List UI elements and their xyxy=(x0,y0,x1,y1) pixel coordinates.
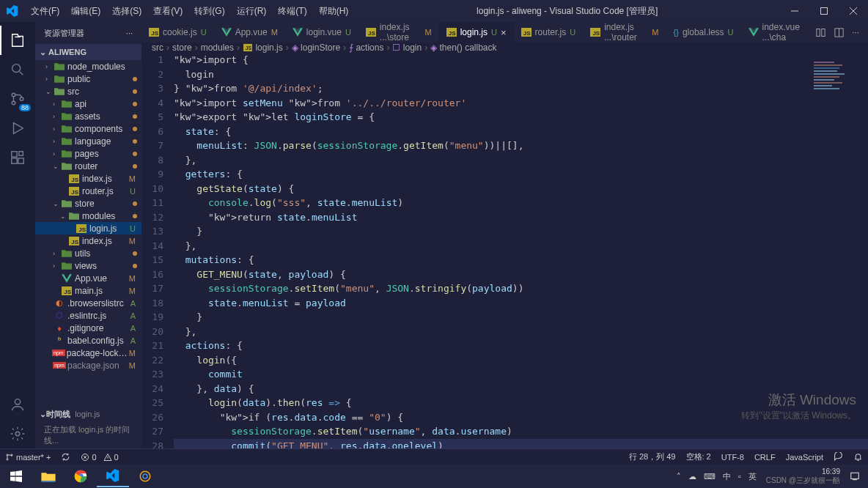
tab-login.vue[interactable]: login.vueU xyxy=(285,22,358,42)
tree-main.js[interactable]: JSmain.jsM xyxy=(35,284,141,297)
explorer-taskbar-icon[interactable] xyxy=(32,465,65,487)
file-icon xyxy=(61,100,73,108)
tree-src[interactable]: ⌄src xyxy=(35,85,141,97)
titlebar: 文件(F)编辑(E)选择(S)查看(V)转到(G)运行(R)终端(T)帮助(H)… xyxy=(0,0,868,22)
tab-index.vue ...\cha[interactable]: index.vue ...\cha xyxy=(741,22,815,42)
file-icon xyxy=(61,125,73,133)
vscode-taskbar-icon[interactable] xyxy=(97,465,129,487)
explorer-icon[interactable] xyxy=(0,26,35,55)
compare-icon[interactable] xyxy=(815,27,826,38)
menu-文件(F)[interactable]: 文件(F) xyxy=(25,5,65,18)
windows-start-icon[interactable] xyxy=(0,465,32,487)
tray-onedrive-icon[interactable]: ☁ xyxy=(685,472,700,481)
cursor-position[interactable]: 行 28，列 49 xyxy=(624,451,681,462)
tree-language[interactable]: ›language xyxy=(35,135,141,147)
tree-login.js[interactable]: JSlogin.jsU xyxy=(35,222,141,234)
tree-router[interactable]: ⌄router xyxy=(35,160,141,172)
more-icon[interactable]: ··· xyxy=(852,27,859,37)
sidebar: 资源管理器 ··· ⌄ALIWENG ›node_modules›public⌄… xyxy=(35,22,141,448)
menu-查看(V)[interactable]: 查看(V) xyxy=(147,5,188,18)
eol[interactable]: CRLF xyxy=(749,453,781,462)
tree-components[interactable]: ›components xyxy=(35,122,141,135)
tree-.gitignore[interactable]: ♦.gitignoreA xyxy=(35,322,141,334)
minimap[interactable] xyxy=(814,62,865,106)
bell-icon[interactable] xyxy=(848,452,868,462)
tree-App.vue[interactable]: App.vueM xyxy=(35,272,141,284)
tree-store[interactable]: ⌄store xyxy=(35,197,141,210)
search-icon[interactable] xyxy=(0,55,35,84)
sidebar-more-icon[interactable]: ··· xyxy=(126,29,133,37)
sync-icon[interactable] xyxy=(56,452,76,462)
close-button[interactable] xyxy=(839,0,868,22)
svg-point-14 xyxy=(7,454,8,456)
tree-assets[interactable]: ›assets xyxy=(35,110,141,122)
tree-node_modules[interactable]: ›node_modules xyxy=(35,60,141,73)
close-tab-icon[interactable]: × xyxy=(501,27,507,38)
tree-package-lock.json[interactable]: npmpackage-lock.jsonM xyxy=(35,347,141,359)
source-control-icon[interactable]: 88 xyxy=(0,84,35,114)
problems[interactable]: 0 0 xyxy=(76,453,123,462)
account-icon[interactable] xyxy=(0,390,35,419)
tab-index.js ...\store[interactable]: JSindex.js ...\storeM xyxy=(358,22,439,42)
extensions-icon[interactable] xyxy=(0,143,35,172)
menu-终端(T)[interactable]: 终端(T) xyxy=(272,5,312,18)
language-mode[interactable]: JavaScript xyxy=(781,453,828,462)
git-branch[interactable]: master* + xyxy=(0,453,56,462)
tray-ime-zh[interactable]: ⌨ xyxy=(700,472,719,481)
tree-utils[interactable]: ›utils xyxy=(35,247,141,259)
breadcrumb-modules[interactable]: modules xyxy=(201,42,234,53)
maximize-button[interactable] xyxy=(809,0,839,22)
tab-router.js[interactable]: JSrouter.jsU xyxy=(514,22,584,42)
tree-package.json[interactable]: npmpackage.jsonM xyxy=(35,359,141,371)
chrome-icon[interactable] xyxy=(65,465,97,487)
encoding[interactable]: UTF-8 xyxy=(716,453,749,462)
tree-.browserslistrc[interactable]: ◐.browserslistrcA xyxy=(35,297,141,309)
tree-index.js[interactable]: JSindex.jsM xyxy=(35,172,141,185)
breadcrumb-src[interactable]: src xyxy=(152,42,163,53)
tree-pages[interactable]: ›pages xyxy=(35,147,141,160)
tree-router.js[interactable]: JSrouter.jsU xyxy=(35,185,141,197)
menu-编辑(E)[interactable]: 编辑(E) xyxy=(65,5,106,18)
tree-babel.config.js[interactable]: ᵇbabel.config.jsA xyxy=(35,334,141,347)
menu-运行(R)[interactable]: 运行(R) xyxy=(231,5,273,18)
notifications-icon[interactable] xyxy=(846,471,864,481)
file-icon: ⬡ xyxy=(54,311,65,320)
settings-icon[interactable] xyxy=(0,419,35,448)
tree-.eslintrc.js[interactable]: ⬡.eslintrc.jsA xyxy=(35,309,141,322)
timeline-header[interactable]: ⌄ 时间线 login.js xyxy=(35,406,141,422)
tray-up-icon[interactable]: ˄ xyxy=(673,472,685,481)
tab-cookie.js[interactable]: JScookie.jsU xyxy=(141,22,214,42)
minimize-button[interactable] xyxy=(780,0,809,22)
debug-icon[interactable] xyxy=(0,114,35,143)
split-icon[interactable] xyxy=(834,27,845,38)
breadcrumb-login.js[interactable]: JS login.js xyxy=(243,42,283,53)
breadcrumb-login[interactable]: ☐ login xyxy=(392,42,422,53)
breadcrumb-store[interactable]: store xyxy=(172,42,192,53)
breadcrumb-then() callback[interactable]: ◈ then() callback xyxy=(430,42,496,53)
taskbar-clock[interactable]: 16:39CSDN @三岁就很一酷 xyxy=(760,467,846,485)
tree-views[interactable]: ›views xyxy=(35,259,141,272)
breadcrumb[interactable]: src› store› modules›JS login.js›◈ loginS… xyxy=(141,42,868,53)
tab-index.js ...\router[interactable]: JSindex.js ...\routerM xyxy=(583,22,666,42)
tray-lang-en[interactable]: 英 xyxy=(745,471,760,482)
code-content[interactable]: "kw">import { login} "kw">from '@/api/in… xyxy=(174,53,868,448)
breadcrumb-actions[interactable]: ⨍ actions xyxy=(349,42,383,53)
tree-public[interactable]: ›public xyxy=(35,73,141,85)
tray-ime-box[interactable]: ▫ xyxy=(735,472,745,481)
indent[interactable]: 空格: 2 xyxy=(681,451,716,462)
menu-选择(S)[interactable]: 选择(S) xyxy=(106,5,147,18)
vscode-logo-icon xyxy=(0,5,25,17)
menu-帮助(H)[interactable]: 帮助(H) xyxy=(313,5,355,18)
app-icon[interactable] xyxy=(129,465,161,487)
tab-login.js[interactable]: JSlogin.jsU× xyxy=(439,22,514,42)
tray-lang-zh[interactable]: 中 xyxy=(719,471,735,482)
workspace-root[interactable]: ⌄ALIWENG xyxy=(35,44,141,60)
menu-转到(G)[interactable]: 转到(G) xyxy=(188,5,230,18)
tab-App.vue[interactable]: App.vueM xyxy=(214,22,285,42)
feedback-icon[interactable] xyxy=(828,452,848,462)
tree-modules[interactable]: ⌄modules xyxy=(35,210,141,222)
tree-index.js[interactable]: JSindex.jsM xyxy=(35,234,141,247)
breadcrumb-loginStore[interactable]: ◈ loginStore xyxy=(292,42,340,53)
tab-global.less[interactable]: {}global.lessU xyxy=(666,22,741,42)
tree-api[interactable]: ›api xyxy=(35,97,141,110)
